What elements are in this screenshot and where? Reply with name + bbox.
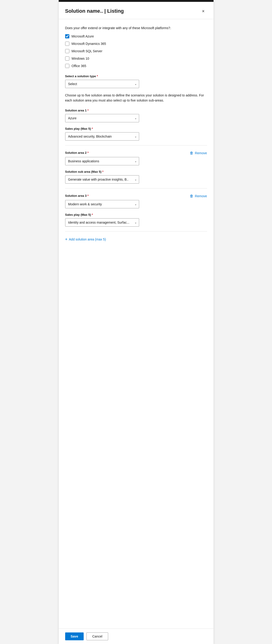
sub-area-2-wrapper: Generate value with proactive insights, … (65, 175, 139, 184)
panel-content: Does your offer extend or integrate with… (59, 19, 214, 628)
solution-area-2-wrapper: Azure Business applications Modern work … (65, 157, 139, 165)
sub-area-2-select[interactable]: Generate value with proactive insights, … (65, 175, 139, 184)
platforms-checkbox-group: Microsoft Azure Microsoft Dynamics 365 M… (65, 34, 207, 68)
plus-icon: + (65, 237, 68, 242)
platforms-question: Does your offer extend or integrate with… (65, 26, 207, 30)
checkbox-azure-input[interactable] (65, 34, 69, 38)
remove-2-label: Remove (195, 151, 207, 155)
solution-type-label: Select a solution type (65, 74, 207, 78)
checkbox-sql-input[interactable] (65, 49, 69, 53)
solution-area-2-header: Solution area 2 🗑 Remove (65, 151, 207, 155)
panel-footer: Save Cancel (59, 628, 214, 644)
sub-area-2-label: Solution sub area (Max 5) (65, 170, 207, 174)
checkbox-dynamics-label: Microsoft Dynamics 365 (72, 42, 106, 46)
checkbox-office-input[interactable] (65, 64, 69, 68)
sales-play-1-label: Sales play (Max 5) (65, 127, 207, 130)
solution-area-1-label: Solution area 1 (65, 109, 89, 112)
sales-play-1-wrapper: Advanced security, Blockchain ⌄ (65, 132, 139, 140)
divider-1 (65, 145, 207, 146)
sales-play-1-select[interactable]: Advanced security, Blockchain (65, 132, 139, 140)
checkbox-sql-label: Microsoft SQL Server (72, 49, 102, 53)
save-button[interactable]: Save (65, 632, 84, 640)
divider-2 (65, 188, 207, 188)
solution-area-3-section: Solution area 3 🗑 Remove Azure Business … (65, 194, 207, 226)
add-solution-area-button[interactable]: + Add solution area (max 5) (65, 237, 106, 242)
solution-area-3-label: Solution area 3 (65, 194, 89, 198)
sales-play-3-wrapper: Identity and access management, Surfac..… (65, 218, 139, 226)
sales-play-3-label: Sales play (Max 5) (65, 213, 207, 216)
checkbox-azure-label: Microsoft Azure (72, 34, 94, 38)
close-button[interactable]: × (200, 8, 207, 15)
add-solution-label: Add solution area (max 5) (69, 238, 106, 241)
remove-solution-area-2-button[interactable]: 🗑 Remove (190, 151, 207, 155)
solution-area-3-wrapper: Azure Business applications Modern work … (65, 200, 139, 208)
solution-area-2-select[interactable]: Azure Business applications Modern work … (65, 157, 139, 165)
remove-3-label: Remove (195, 194, 207, 198)
checkbox-office-label: Office 365 (72, 64, 86, 68)
divider-3 (65, 231, 207, 232)
solution-area-1-header: Solution area 1 (65, 109, 207, 112)
top-bar (59, 0, 214, 2)
solution-area-1-select[interactable]: Azure Business applications Modern work … (65, 114, 139, 122)
checkbox-dynamics[interactable]: Microsoft Dynamics 365 (65, 42, 207, 46)
checkbox-windows-label: Windows 10 (72, 57, 89, 60)
main-panel: Solution name.. | Listing × Does your of… (59, 0, 214, 644)
solution-area-1-section: Solution area 1 Azure Business applicati… (65, 109, 207, 140)
trash-icon-2: 🗑 (190, 151, 193, 155)
panel-title: Solution name.. | Listing (65, 8, 124, 14)
checkbox-windows[interactable]: Windows 10 (65, 56, 207, 60)
solution-area-2-section: Solution area 2 🗑 Remove Azure Business … (65, 151, 207, 184)
solution-type-section: Select a solution type Select Solution t… (65, 74, 207, 88)
checkbox-sql[interactable]: Microsoft SQL Server (65, 49, 207, 53)
cancel-button[interactable]: Cancel (86, 632, 108, 640)
solution-area-3-header: Solution area 3 🗑 Remove (65, 194, 207, 198)
trash-icon-3: 🗑 (190, 194, 193, 198)
panel-header: Solution name.. | Listing × (59, 2, 214, 19)
solution-area-1-wrapper: Azure Business applications Modern work … (65, 114, 139, 122)
sales-play-3-select[interactable]: Identity and access management, Surfac..… (65, 218, 139, 226)
remove-solution-area-3-button[interactable]: 🗑 Remove (190, 194, 207, 198)
solution-type-select[interactable]: Select Solution type 1 Solution type 2 (65, 80, 139, 88)
checkbox-office[interactable]: Office 365 (65, 64, 207, 68)
solution-type-wrapper: Select Solution type 1 Solution type 2 ⌄ (65, 80, 139, 88)
checkbox-windows-input[interactable] (65, 56, 69, 60)
checkbox-azure[interactable]: Microsoft Azure (65, 34, 207, 38)
solution-area-2-label: Solution area 2 (65, 151, 89, 154)
solution-area-3-select[interactable]: Azure Business applications Modern work … (65, 200, 139, 208)
checkbox-dynamics-input[interactable] (65, 42, 69, 46)
info-text: Choose up to five solution areas to defi… (65, 93, 207, 103)
